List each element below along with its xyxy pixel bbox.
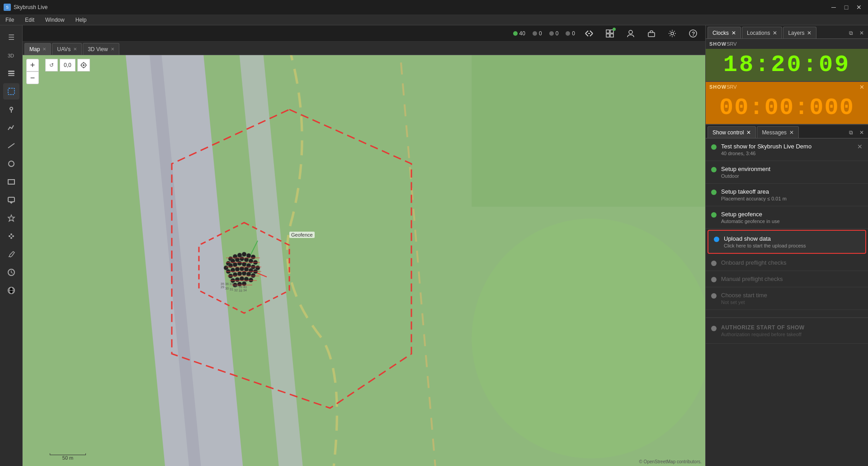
svg-text:3D: 3D: [8, 53, 14, 58]
manual-preflight-title: Manual preflight checks: [721, 276, 863, 282]
setup-geofence-item[interactable]: Setup geofence Automatic geofence in use: [706, 206, 868, 229]
tab-map[interactable]: Map ✕: [24, 43, 51, 55]
right-tab-locations-close[interactable]: ✕: [773, 30, 777, 36]
setup-environment-item[interactable]: Setup environment Outdoor: [706, 161, 868, 184]
sidebar-menu-button[interactable]: ☰: [3, 29, 19, 45]
sidebar-select-button[interactable]: [3, 83, 19, 100]
show-control-tab-messages-close[interactable]: ✕: [789, 129, 794, 136]
clock-header-2: SHOW SRV ✕: [706, 82, 868, 92]
sidebar-effects-button[interactable]: [3, 228, 19, 244]
rotate-button[interactable]: ↺: [45, 59, 58, 71]
show-panel-undock-button[interactable]: ⧉: [846, 128, 855, 137]
clocks-panel: SHOW SRV 18:20:09 SHOW SRV ✕ 00:00:000: [706, 39, 868, 125]
authorize-item[interactable]: AUTHORIZE START OF SHOW Authorization re…: [706, 317, 868, 344]
user-icon-button[interactable]: [624, 27, 637, 40]
svg-marker-100: [172, 109, 411, 408]
onboard-preflight-dot: [711, 261, 717, 266]
right-panel: Clocks ✕ Locations ✕ Layers ✕ ⧉ ✕ SHOW: [705, 25, 868, 466]
show-title-label: Test show for Skybrush Live Demo: [721, 143, 853, 150]
map-attribution: © OpenStreetMap contributors.: [639, 459, 702, 464]
drone-count-green: 40: [513, 30, 525, 37]
sidebar-star-button[interactable]: [3, 210, 19, 226]
settings-icon-button[interactable]: [665, 27, 679, 40]
show-control-panel-controls: ⧉ ✕: [846, 128, 866, 138]
sidebar-clock-button[interactable]: [3, 264, 19, 281]
svg-rect-26: [648, 33, 655, 37]
top-statusbar: 40 0 0 0: [23, 25, 705, 42]
locate-button[interactable]: [77, 59, 90, 71]
setup-environment-title: Setup environment: [721, 166, 863, 172]
briefcase-icon-button[interactable]: [645, 27, 658, 40]
connect-icon-button[interactable]: [582, 27, 596, 40]
help-icon-button[interactable]: ?: [686, 27, 700, 40]
manual-preflight-item[interactable]: Manual preflight checks: [706, 271, 868, 287]
show-control-tab-messages[interactable]: Messages ✕: [757, 126, 799, 138]
panel-close-button[interactable]: ✕: [857, 29, 866, 38]
upload-show-data-item[interactable]: Upload show data Click here to start the…: [708, 230, 866, 254]
choose-start-time-item[interactable]: Choose start time Not set yet: [706, 287, 868, 310]
show-title-item[interactable]: Test show for Skybrush Live Demo 40 dron…: [706, 138, 868, 161]
onboard-preflight-text: Onboard preflight checks: [721, 259, 863, 266]
right-tab-clocks-close[interactable]: ✕: [731, 30, 736, 36]
right-tab-clocks-label: Clocks: [712, 30, 729, 36]
grid-icon-button[interactable]: [603, 27, 617, 40]
sidebar-globe-button[interactable]: [3, 282, 19, 299]
menu-window[interactable]: Window: [43, 16, 66, 24]
menu-help[interactable]: Help: [74, 16, 89, 24]
svg-point-25: [629, 30, 632, 34]
setup-takeoff-item[interactable]: Setup takeoff area Placement accuracy ≤ …: [706, 184, 868, 206]
sidebar-brush-button[interactable]: [3, 246, 19, 262]
menu-edit[interactable]: Edit: [23, 16, 36, 24]
gray-status-dot-3: [566, 31, 570, 36]
setup-takeoff-title: Setup takeoff area: [721, 188, 863, 195]
map-area[interactable]: 293031 323334 353637 383940 Geofence + −…: [23, 55, 705, 466]
sidebar-location-button[interactable]: [3, 101, 19, 118]
show-title-text: Test show for Skybrush Live Demo 40 dron…: [721, 143, 853, 156]
setup-takeoff-subtitle: Placement accuracy ≤ 0.01 m: [721, 196, 863, 201]
menu-file[interactable]: File: [4, 16, 16, 24]
drone-count-gray3: 0: [566, 30, 575, 37]
tab-3dview[interactable]: 3D View ✕: [83, 43, 119, 55]
right-tab-clocks[interactable]: Clocks ✕: [708, 27, 741, 38]
show-control-tab-main[interactable]: Show control ✕: [708, 126, 756, 138]
zoom-out-button[interactable]: −: [26, 71, 39, 84]
minimize-button[interactable]: ─: [828, 2, 839, 13]
tab-map-close[interactable]: ✕: [42, 47, 46, 52]
maximize-button[interactable]: □: [841, 2, 852, 13]
tab-uavs-close[interactable]: ✕: [73, 47, 77, 52]
show-title-dot: [711, 144, 717, 150]
zoom-in-button[interactable]: +: [26, 59, 39, 71]
tab-uavs[interactable]: UAVs ✕: [52, 43, 82, 55]
svg-rect-8: [8, 180, 14, 184]
sidebar-layers-button[interactable]: [3, 65, 19, 81]
right-tab-locations[interactable]: Locations ✕: [742, 27, 782, 38]
tab-bar: Map ✕ UAVs ✕ 3D View ✕: [23, 42, 705, 55]
sidebar-chart-button[interactable]: [3, 119, 19, 136]
close-button[interactable]: ✕: [854, 2, 864, 13]
show-control-tab-close[interactable]: ✕: [746, 129, 751, 136]
show-control-content[interactable]: Test show for Skybrush Live Demo 40 dron…: [706, 138, 868, 466]
upload-show-data-title: Upload show data: [724, 235, 860, 242]
sidebar-circle-button[interactable]: [3, 156, 19, 172]
svg-rect-4: [8, 88, 14, 95]
gray-status-dot-2: [549, 31, 554, 36]
right-top-tabs: Clocks ✕ Locations ✕ Layers ✕ ⧉ ✕: [706, 25, 868, 39]
tab-3dview-close[interactable]: ✕: [111, 47, 114, 52]
svg-rect-21: [606, 30, 609, 33]
clock1-label: SHOW: [709, 41, 726, 47]
sidebar-3d-button[interactable]: 3D: [3, 47, 19, 63]
show-panel-close-button[interactable]: ✕: [857, 128, 866, 137]
center-content: 40 0 0 0: [23, 25, 705, 466]
clock2-close-button[interactable]: ✕: [859, 84, 864, 90]
panel-undock-button[interactable]: ⧉: [846, 29, 855, 38]
right-tab-layers[interactable]: Layers ✕: [783, 27, 816, 38]
show-title-close[interactable]: ✕: [857, 143, 863, 150]
sidebar-path-button[interactable]: [3, 138, 19, 154]
right-tab-layers-close[interactable]: ✕: [807, 30, 811, 36]
onboard-preflight-item[interactable]: Onboard preflight checks: [706, 255, 868, 271]
titlebar-controls[interactable]: ─ □ ✕: [828, 2, 864, 13]
drone-count-gray3-value: 0: [572, 30, 575, 37]
sidebar-rect-button[interactable]: [3, 174, 19, 190]
sidebar-messages-button[interactable]: [3, 192, 19, 208]
show-subtitle-label: 40 drones, 3:46: [721, 151, 853, 156]
